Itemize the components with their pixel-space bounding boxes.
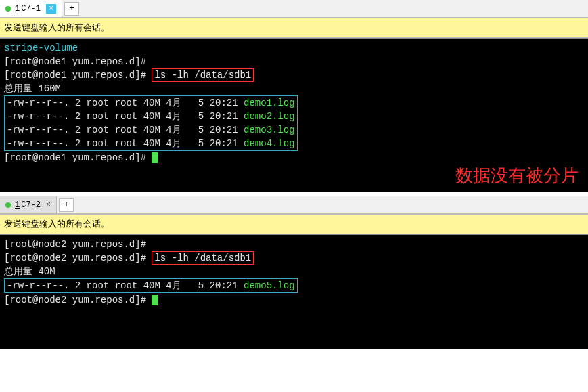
terminal-output[interactable]: [root@node2 yum.repos.d]#[root@node2 yum… <box>0 234 588 349</box>
add-tab-button[interactable]: + <box>64 2 79 16</box>
terminal-line: 总用量 40M <box>4 265 584 278</box>
broadcast-info-bar: 发送键盘输入的所有会话。 <box>0 18 588 38</box>
terminal-text: 总用量 160M <box>4 83 61 94</box>
terminal-text: demo3.log <box>244 125 295 135</box>
session-tab[interactable]: 1C7-2× <box>0 196 57 213</box>
terminal-text: demo5.log <box>244 280 295 291</box>
terminal-line: 总用量 160M <box>4 82 584 95</box>
terminal-text: [root@node2 yum.repos.d]# <box>4 239 146 250</box>
highlighted-listing: -rw-r--r--. 2 root root 40M 4月 5 20:21 d… <box>4 278 298 293</box>
close-icon[interactable]: × <box>46 4 56 14</box>
terminal-line: -rw-r--r--. 2 root root 40M 4月 5 20:21 d… <box>7 137 295 150</box>
terminal-text: ls -lh /data/sdb1 <box>154 70 251 81</box>
terminal-text: -rw-r--r--. 2 root root 40M 4月 5 20:21 <box>7 97 244 108</box>
session-tab[interactable]: 1C7-1× <box>0 0 62 17</box>
cursor-icon <box>152 152 158 163</box>
terminal-line: -rw-r--r--. 2 root root 40M 4月 5 20:21 d… <box>7 123 295 137</box>
terminal-text: -rw-r--r--. 2 root root 40M 4月 5 20:21 <box>7 138 244 149</box>
terminal-line: -rw-r--r--. 2 root root 40M 4月 5 20:21 d… <box>7 279 295 292</box>
terminal-output[interactable]: stripe-volume[root@node1 yum.repos.d]#[r… <box>0 38 588 192</box>
terminal-line: [root@node2 yum.repos.d]# <box>4 238 584 251</box>
terminal-text: 总用量 40M <box>4 266 55 277</box>
terminal-text: demo4.log <box>244 138 295 149</box>
terminal-text: stripe-volume <box>4 43 78 53</box>
terminal-line: [root@node2 yum.repos.d]# ls -lh /data/s… <box>4 251 584 265</box>
highlighted-listing: -rw-r--r--. 2 root root 40M 4月 5 20:21 d… <box>4 95 298 151</box>
terminal-text: ls -lh /data/sdb1 <box>154 253 251 263</box>
terminal-line: -rw-r--r--. 2 root root 40M 4月 5 20:21 d… <box>7 96 295 110</box>
tab-number: 1 <box>15 200 20 210</box>
close-icon[interactable]: × <box>46 200 51 210</box>
broadcast-info-bar: 发送键盘输入的所有会话。 <box>0 214 588 234</box>
terminal-text: demo2.log <box>244 111 295 122</box>
terminal-line: [root@node1 yum.repos.d]# <box>4 151 584 165</box>
terminal-line: [root@node1 yum.repos.d]# ls -lh /data/s… <box>4 68 584 82</box>
tab-name: C7-2 <box>21 200 41 210</box>
terminal-text: -rw-r--r--. 2 root root 40M 4月 5 20:21 <box>7 125 244 135</box>
tab-number: 1 <box>15 4 20 14</box>
cursor-icon <box>152 295 158 305</box>
tabbar: 1C7-1×+ <box>0 0 588 18</box>
terminal-text: -rw-r--r--. 2 root root 40M 4月 5 20:21 <box>7 111 244 122</box>
terminal-text: [root@node2 yum.repos.d]# <box>4 295 152 305</box>
terminal-line: [root@node2 yum.repos.d]# <box>4 293 584 307</box>
tab-name: C7-1 <box>21 4 41 14</box>
status-dot-icon <box>5 202 11 208</box>
terminal-line: -rw-r--r--. 2 root root 40M 4月 5 20:21 d… <box>7 110 295 123</box>
terminal-text: -rw-r--r--. 2 root root 40M 4月 5 20:21 <box>7 280 244 291</box>
terminal-line: [root@node1 yum.repos.d]# <box>4 55 584 68</box>
terminal-text: [root@node1 yum.repos.d]# <box>4 70 152 81</box>
terminal-text: [root@node1 yum.repos.d]# <box>4 152 152 163</box>
terminal-line: stripe-volume <box>4 41 584 55</box>
highlighted-command: ls -lh /data/sdb1 <box>152 68 254 82</box>
terminal-text: [root@node1 yum.repos.d]# <box>4 56 146 67</box>
add-tab-button[interactable]: + <box>59 198 74 212</box>
terminal-text: demo1.log <box>244 97 295 108</box>
tabbar: 1C7-2×+ <box>0 196 588 214</box>
highlighted-command: ls -lh /data/sdb1 <box>152 251 254 265</box>
status-dot-icon <box>5 6 11 12</box>
annotation-text: 数据没有被分片 <box>455 169 579 182</box>
terminal-text: [root@node2 yum.repos.d]# <box>4 253 152 263</box>
